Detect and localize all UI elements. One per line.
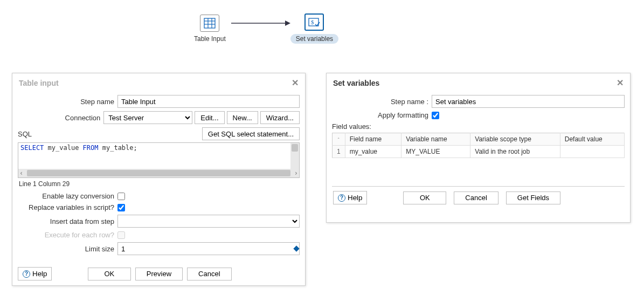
help-label: Help: [348, 194, 362, 202]
close-icon[interactable]: ✕: [617, 79, 624, 87]
flow-node-label: Table Input: [194, 35, 226, 43]
execute-checkbox: [117, 231, 125, 239]
limit-input[interactable]: [117, 242, 300, 255]
dialog-title: Set variables: [333, 79, 379, 87]
table-input-icon: [200, 15, 219, 32]
col-rownum[interactable]: ˆ: [333, 133, 345, 146]
col-default-value[interactable]: Default value: [560, 133, 624, 146]
wizard-button[interactable]: Wizard...: [260, 111, 300, 124]
svg-text:$: $: [311, 19, 314, 25]
step-name-input[interactable]: [432, 95, 625, 108]
flow-node-table-input[interactable]: Table Input: [194, 15, 226, 43]
close-icon[interactable]: ✕: [292, 79, 299, 87]
insert-label: Insert data from step: [18, 217, 117, 225]
edit-button[interactable]: Edit...: [195, 111, 224, 124]
sql-text: my_table;: [99, 144, 137, 152]
set-variables-icon: $: [304, 13, 324, 31]
col-scope-type[interactable]: Variable scope type: [470, 133, 560, 146]
col-field-name[interactable]: Field name: [345, 133, 401, 146]
ok-button[interactable]: OK: [403, 191, 446, 204]
ok-button[interactable]: OK: [88, 268, 131, 281]
new-button[interactable]: New...: [227, 111, 258, 124]
svg-marker-6: [285, 20, 290, 26]
sql-keyword: FROM: [83, 144, 99, 152]
cancel-button[interactable]: Cancel: [454, 191, 498, 204]
cursor-status: Line 1 Column 29: [18, 178, 300, 192]
step-name-input[interactable]: [117, 95, 300, 108]
scrollbar-horizontal[interactable]: [18, 169, 299, 177]
step-name-label: Step name :: [332, 98, 432, 106]
replace-checkbox[interactable]: [117, 204, 125, 211]
lazy-label: Enable lazy conversion: [18, 192, 117, 200]
cell-default-value[interactable]: [560, 146, 624, 158]
cell-scope-type[interactable]: Valid in the root job: [470, 146, 560, 158]
limit-label: Limit size: [18, 245, 117, 253]
help-button[interactable]: ? Help: [18, 267, 52, 281]
field-values-table[interactable]: ˆ Field name Variable name Variable scop…: [332, 133, 625, 158]
apply-formatting-checkbox[interactable]: [432, 112, 439, 119]
field-values-label: Field values:: [332, 122, 625, 131]
sql-text: my_value: [44, 144, 82, 152]
connection-label: Connection: [18, 114, 103, 122]
help-icon: ?: [338, 194, 345, 202]
flow-node-label: Set variables: [290, 34, 338, 44]
table-row[interactable]: 1 my_value MY_VALUE Valid in the root jo…: [333, 146, 625, 158]
help-button[interactable]: ? Help: [333, 191, 367, 204]
sql-keyword: SELECT: [20, 144, 44, 152]
cell-rownum: 1: [333, 146, 345, 158]
sql-label: SQL: [18, 130, 32, 138]
replace-label: Replace variables in script?: [18, 203, 117, 211]
lazy-checkbox[interactable]: [117, 193, 125, 200]
flow-arrow: [231, 23, 285, 24]
preview-button[interactable]: Preview: [135, 268, 183, 281]
connection-select[interactable]: Test Server: [103, 111, 192, 124]
scrollbar-vertical[interactable]: [290, 143, 299, 169]
svg-rect-0: [204, 18, 215, 28]
dialog-title: Table input: [19, 79, 59, 87]
flow-node-set-variables[interactable]: $ Set variables: [290, 13, 338, 44]
insert-select[interactable]: [117, 215, 300, 228]
get-fields-button[interactable]: Get Fields: [506, 191, 560, 204]
sort-caret-icon: ˆ: [338, 137, 340, 142]
step-name-label: Step name: [18, 98, 117, 106]
apply-formatting-label: Apply formatting: [332, 111, 432, 119]
help-label: Help: [32, 270, 47, 278]
execute-label: Execute for each row?: [18, 231, 117, 239]
get-sql-button[interactable]: Get SQL select statement...: [202, 127, 300, 140]
cancel-button[interactable]: Cancel: [187, 268, 231, 281]
cell-variable-name[interactable]: MY_VALUE: [401, 146, 470, 158]
cell-field-name[interactable]: my_value: [345, 146, 401, 158]
set-variables-dialog: Set variables ✕ Step name : Apply format…: [326, 73, 631, 223]
table-input-dialog: Table input ✕ Step name Connection Test …: [12, 73, 306, 286]
help-icon: ?: [23, 270, 30, 278]
flow-diagram: Table Input $ Set variables: [194, 13, 338, 44]
sql-editor[interactable]: SELECT my_value FROM my_table;: [18, 142, 300, 178]
table-header-row: ˆ Field name Variable name Variable scop…: [333, 133, 625, 146]
col-variable-name[interactable]: Variable name: [401, 133, 470, 146]
